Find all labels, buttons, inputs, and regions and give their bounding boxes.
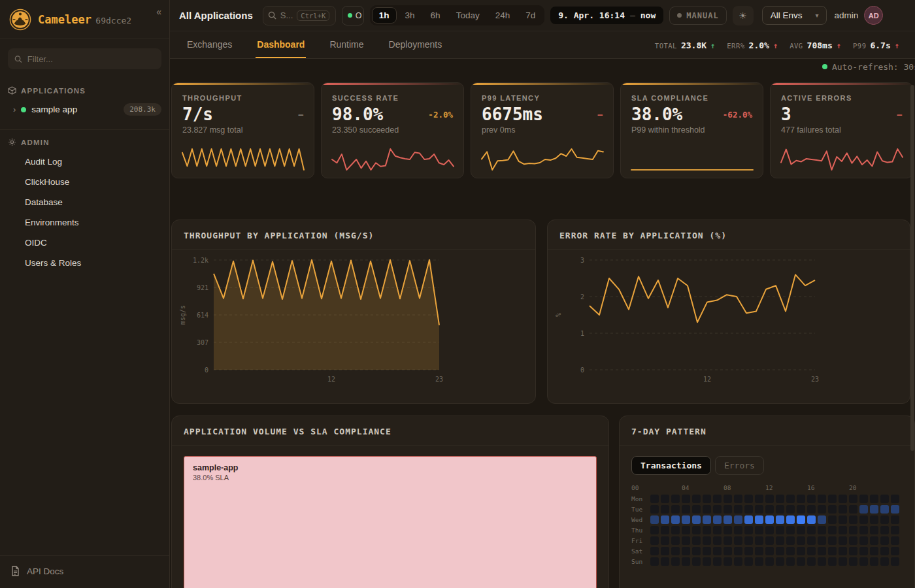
heatmap-cell[interactable] — [650, 557, 659, 566]
heatmap-cell[interactable] — [682, 557, 690, 566]
sidebar-item-audit-log[interactable]: Audit Log — [0, 152, 169, 172]
scrollbar-thumb[interactable] — [910, 85, 914, 451]
heatmap-cell[interactable] — [765, 505, 774, 514]
heatmap-cell[interactable] — [713, 495, 722, 503]
heatmap-cell[interactable] — [828, 515, 837, 524]
heatmap-cell[interactable] — [859, 505, 868, 514]
heatmap-cell[interactable] — [682, 495, 690, 503]
heatmap-cell[interactable] — [786, 515, 795, 524]
theme-toggle-button[interactable]: ☀ — [733, 6, 754, 25]
heatmap-cell[interactable] — [849, 505, 857, 514]
heatmap-cell[interactable] — [797, 547, 805, 555]
sidebar-item-oidc[interactable]: OIDC — [0, 233, 169, 253]
heatmap-cell[interactable] — [744, 495, 753, 503]
tab-dashboard[interactable]: Dashboard — [256, 32, 306, 58]
heatmap-cell[interactable] — [755, 505, 763, 514]
heatmap-cell[interactable] — [880, 557, 889, 566]
heatmap-cell[interactable] — [682, 526, 690, 534]
heatmap-cell[interactable] — [650, 547, 659, 555]
heatmap-cell[interactable] — [839, 547, 847, 555]
tab-runtime[interactable]: Runtime — [328, 32, 365, 58]
range-button-6h[interactable]: 6h — [424, 7, 448, 24]
manual-refresh-button[interactable]: MANUAL — [669, 7, 726, 25]
heatmap-cell[interactable] — [818, 547, 826, 555]
heatmap-cell[interactable] — [849, 536, 857, 545]
heatmap-cell[interactable] — [661, 526, 669, 534]
heatmap-cell[interactable] — [818, 536, 826, 545]
heatmap-cell[interactable] — [870, 515, 878, 524]
heatmap-cell[interactable] — [807, 536, 816, 545]
heatmap-cell[interactable] — [671, 505, 680, 514]
heatmap-cell[interactable] — [661, 557, 669, 566]
heatmap-cell[interactable] — [828, 547, 837, 555]
heatmap-cell[interactable] — [734, 557, 742, 566]
heatmap-cell[interactable] — [703, 515, 711, 524]
api-docs-link[interactable]: API Docs — [0, 555, 169, 588]
heatmap-cell[interactable] — [713, 526, 722, 534]
heatmap-cell[interactable] — [891, 547, 899, 555]
heatmap-cell[interactable] — [713, 505, 722, 514]
heatmap-cell[interactable] — [692, 505, 701, 514]
heatmap-cell[interactable] — [692, 515, 701, 524]
heatmap-cell[interactable] — [724, 505, 732, 514]
heatmap-cell[interactable] — [776, 515, 784, 524]
heatmap-cell[interactable] — [755, 547, 763, 555]
heatmap-cell[interactable] — [713, 536, 722, 545]
heatmap-cell[interactable] — [682, 536, 690, 545]
heatmap-cell[interactable] — [891, 505, 899, 514]
filter-input[interactable] — [27, 54, 155, 64]
heatmap-cell[interactable] — [797, 536, 805, 545]
heatmap-cell[interactable] — [849, 495, 857, 503]
heatmap-cell[interactable] — [818, 557, 826, 566]
heatmap-cell[interactable] — [692, 547, 701, 555]
heatmap-cell[interactable] — [828, 495, 837, 503]
heatmap-cell[interactable] — [713, 515, 722, 524]
heatmap-cell[interactable] — [839, 515, 847, 524]
heatmap-cell[interactable] — [880, 505, 889, 514]
heatmap-cell[interactable] — [671, 557, 680, 566]
heatmap-cell[interactable] — [734, 547, 742, 555]
heatmap-cell[interactable] — [870, 505, 878, 514]
range-button-today[interactable]: Today — [449, 7, 487, 24]
heatmap-cell[interactable] — [786, 495, 795, 503]
heatmap-cell[interactable] — [703, 557, 711, 566]
heatmap-cell[interactable] — [828, 505, 837, 514]
heatmap-cell[interactable] — [661, 495, 669, 503]
heatmap-cell[interactable] — [661, 547, 669, 555]
heatmap-cell[interactable] — [671, 515, 680, 524]
heatmap-cell[interactable] — [828, 536, 837, 545]
heatmap-cell[interactable] — [859, 515, 868, 524]
heatmap-cell[interactable] — [682, 505, 690, 514]
heatmap-cell[interactable] — [734, 515, 742, 524]
sidebar-item-clickhouse[interactable]: ClickHouse — [0, 172, 169, 192]
heatmap-cell[interactable] — [776, 495, 784, 503]
heatmap-cell[interactable] — [880, 495, 889, 503]
heatmap-cell[interactable] — [880, 515, 889, 524]
heatmap-cell[interactable] — [786, 557, 795, 566]
heatmap-cell[interactable] — [744, 505, 753, 514]
heatmap-cell[interactable] — [713, 557, 722, 566]
heatmap-cell[interactable] — [765, 536, 774, 545]
heatmap-cell[interactable] — [765, 547, 774, 555]
heatmap-cell[interactable] — [828, 557, 837, 566]
heatmap-cell[interactable] — [797, 557, 805, 566]
sidebar-item-database[interactable]: Database — [0, 192, 169, 212]
range-button-3h[interactable]: 3h — [398, 7, 422, 24]
avatar[interactable]: AD — [864, 6, 883, 25]
heatmap-cell[interactable] — [828, 526, 837, 534]
heatmap-cell[interactable] — [891, 557, 899, 566]
heatmap-cell[interactable] — [870, 547, 878, 555]
heatmap-cell[interactable] — [849, 547, 857, 555]
heatmap-cell[interactable] — [755, 557, 763, 566]
heatmap-cell[interactable] — [734, 495, 742, 503]
heatmap-cell[interactable] — [870, 526, 878, 534]
heatmap-cell[interactable] — [870, 495, 878, 503]
online-status-pill[interactable]: O — [342, 6, 364, 25]
heatmap-cell[interactable] — [650, 495, 659, 503]
heatmap-cell[interactable] — [807, 495, 816, 503]
heatmap-cell[interactable] — [849, 526, 857, 534]
heatmap-cell[interactable] — [650, 515, 659, 524]
heatmap-cell[interactable] — [891, 515, 899, 524]
heatmap-cell[interactable] — [807, 505, 816, 514]
heatmap-cell[interactable] — [703, 495, 711, 503]
